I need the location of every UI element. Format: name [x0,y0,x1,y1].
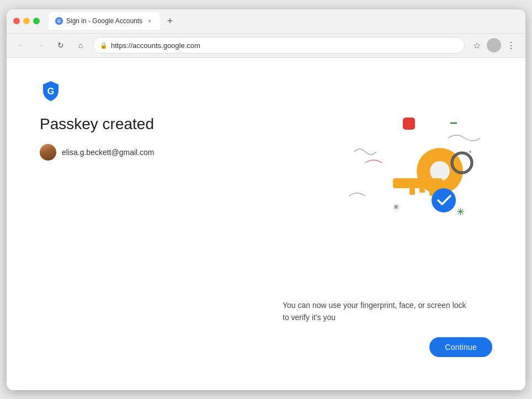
profile-button[interactable] [487,38,501,52]
svg-point-14 [432,188,456,212]
tab-close-button[interactable]: × [146,17,153,25]
toolbar: ← → ↻ ⌂ 🔒 https://accounts.google.com ☆ … [7,34,525,58]
title-bar: G Sign in - Google Accounts × + [7,9,525,34]
close-window-button[interactable] [13,18,20,24]
svg-text:G: G [47,87,54,96]
toolbar-actions: ☆ ⋮ [469,38,519,53]
svg-point-5 [469,151,471,153]
back-button[interactable]: ← [13,38,29,53]
maximize-window-button[interactable] [33,18,40,24]
bookmark-button[interactable]: ☆ [469,38,485,53]
google-shield-logo: G [40,80,62,102]
address-bar[interactable]: 🔒 https://accounts.google.com [93,37,465,54]
tab-favicon: G [55,17,63,25]
lock-icon: 🔒 [100,42,108,49]
svg-text:✳: ✳ [456,206,465,217]
page-content: G Passkey created elisa.g.beckett@gmail.… [7,58,525,390]
refresh-button[interactable]: ↻ [53,38,68,53]
minimize-window-button[interactable] [23,18,30,24]
svg-rect-9 [409,188,415,195]
user-avatar [40,144,56,161]
menu-button[interactable]: ⋮ [503,38,519,53]
new-tab-button[interactable]: + [162,13,178,29]
user-email: elisa.g.beckett@gmail.com [62,148,155,157]
tab-area: G Sign in - Google Accounts × + [49,12,519,30]
passkey-illustration: ✳ ✳ [338,108,492,240]
description-area: You can now use your fingerprint, face, … [40,299,492,324]
svg-point-7 [430,161,450,181]
browser-window: G Sign in - Google Accounts × + ← → ↻ ⌂ … [7,9,525,390]
active-tab[interactable]: G Sign in - Google Accounts × [49,12,160,30]
svg-rect-8 [393,178,443,188]
home-button[interactable]: ⌂ [73,38,88,53]
tab-title: Sign in - Google Accounts [66,17,142,25]
traffic-lights [13,18,40,24]
svg-rect-1 [403,118,415,130]
google-favicon: G [55,17,63,25]
svg-rect-10 [419,188,425,193]
svg-text:✳: ✳ [393,203,400,211]
forward-button[interactable]: → [33,38,49,53]
description-text: You can now use your fingerprint, face, … [283,299,492,324]
url-text: https://accounts.google.com [111,41,457,50]
continue-button[interactable]: Continue [429,337,492,357]
